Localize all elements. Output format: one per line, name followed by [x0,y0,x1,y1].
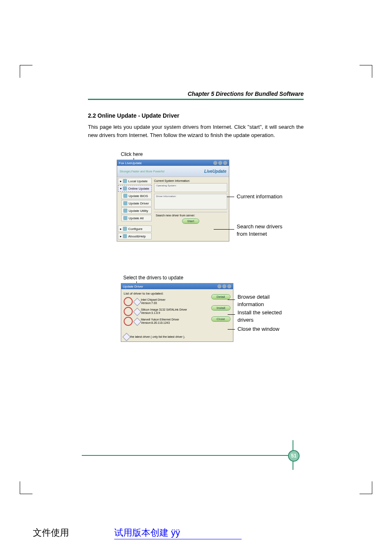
callout-install-2: drivers [238,317,254,323]
chapter-header: Chapter 5 Directions for Bundled Softwar… [88,91,304,100]
crop-mark-bl [20,481,32,494]
driver-info-box: Driver Information: [154,194,227,209]
callout-select-drivers: Select the drivers to update [123,275,304,281]
crop-mark-tr [360,65,372,78]
callout-click-here: Click here [121,151,304,157]
main-pane: Current System Information: Operating Sy… [152,177,229,241]
driver-icon [134,309,139,314]
sidebar-item-bios[interactable]: Update BIOS [121,193,152,199]
callout-close: Close the window [238,326,279,332]
sidebar-item-about[interactable]: ▸About&Help [118,233,152,239]
close-button[interactable]: Close [211,316,231,322]
connector-detail [228,300,235,300]
close-icon[interactable] [227,284,231,288]
window-controls[interactable] [217,284,231,288]
section-body: This page lets you update your system dr… [88,123,304,139]
driver-icon [134,319,139,324]
page-number-ornament: 51 [279,440,304,469]
update-driver-window: Update Driver List of driver to be updat… [121,283,233,342]
sidebar-label: Configure [128,227,143,231]
detail-button[interactable]: Detail [211,294,231,300]
window-controls[interactable] [213,161,227,165]
titlebar: Update Driver [121,283,233,289]
sidebar: ▸Local Update ▾Online Update Update BIOS… [117,177,152,241]
callout-search-1: Search new drivers [237,223,282,230]
driver-text: Intel Chipset DriverVersion:7.03 [141,298,166,304]
titlebar: Fox LiveUpdate [117,160,229,166]
connector-search [214,229,234,230]
sidebar-item-utility[interactable]: Update Utility [121,207,152,214]
select-icon[interactable] [124,307,133,316]
figure-liveupdate: Click here Fox LiveUpdate Stronger,Faste… [88,151,304,258]
search-new-label: Search new driver from server: [156,214,226,217]
sidebar-label: About&Help [128,235,146,238]
connector-install [228,314,235,315]
note-text: the latest driver ( only list the latest… [130,335,185,338]
pdf-watermark-footer: 文件使用 试用版本创建 ÿÿ [0,527,392,539]
sidebar-item-all[interactable]: Update All [121,215,152,221]
crop-mark-tl [20,65,32,78]
window-title: Update Driver [123,285,143,288]
minimize-icon[interactable] [217,284,221,288]
maximize-icon[interactable] [222,284,226,288]
driver-text: Marvell Yukon Ethernet DriverVersion:8.2… [141,318,179,324]
sidebar-label: Update BIOS [129,194,148,198]
close-icon[interactable] [223,161,227,165]
maximize-icon[interactable] [218,161,222,165]
select-icon[interactable] [124,317,133,326]
footer-left: 文件使用 [0,527,77,539]
callout-detail-1: Browse detail [238,294,270,300]
driver-icon [134,299,139,304]
sidebar-label: Update All [129,216,143,220]
section-title: 2.2 Online Update - Update Driver [88,112,304,119]
brand-label: LiveUpdate [204,169,226,174]
crop-mark-br [360,481,372,494]
sidebar-label: Update Utility [129,209,148,213]
sidebar-item-configure[interactable]: ▸Configure [118,225,152,232]
install-button[interactable]: Install [211,305,231,311]
tool-icon [123,209,127,213]
latest-driver-note: the latest driver ( only list the latest… [124,334,231,339]
sidebar-item-local[interactable]: ▸Local Update [118,178,152,184]
sidebar-label: Online Update [128,187,149,190]
cd-icon [123,201,127,205]
callout-detail-2: information [238,301,264,307]
footer-link[interactable]: 试用版本创建 ÿÿ [114,527,242,539]
driver-text: Silicon Image 3132 SATALink DriverVersio… [141,308,187,314]
sidebar-label: Update Driver [129,202,149,205]
start-button[interactable]: Start [182,218,200,224]
callout-current-info: Current information [237,193,282,200]
sidebar-label: Local Update [128,179,148,183]
connector-close [228,329,235,330]
tagline: Stronger,Faster and More Powerful [120,170,164,173]
driver-icon [124,334,129,339]
callout-search-2: from Internet [237,231,267,237]
folder-icon [123,179,127,183]
globe-icon [123,186,127,190]
os-info-box: Operating System: [154,183,227,192]
callout-install-1: Install the selected [238,309,282,316]
minimize-icon[interactable] [213,161,217,165]
liveupdate-window: Fox LiveUpdate Stronger,Faster and More … [117,160,229,242]
help-icon [123,234,127,238]
footer-mid: 试用版本创建 [114,527,171,538]
sidebar-item-driver[interactable]: Update Driver [121,200,152,207]
chip-icon [123,194,127,198]
banner: Stronger,Faster and More Powerful LiveUp… [117,166,229,177]
window-title: Fox LiveUpdate [119,161,142,165]
figure-update-driver: Select the drivers to update Update Driv… [88,275,304,382]
page-number: 51 [288,450,300,462]
connector-currentinfo [227,197,234,197]
select-icon[interactable] [124,297,133,306]
sidebar-item-online[interactable]: ▾Online Update [118,185,152,192]
gear-icon [123,227,127,231]
footer-sym: ÿÿ [171,527,180,538]
current-sysinfo-label: Current System Information: [154,179,227,182]
all-icon [123,216,127,220]
